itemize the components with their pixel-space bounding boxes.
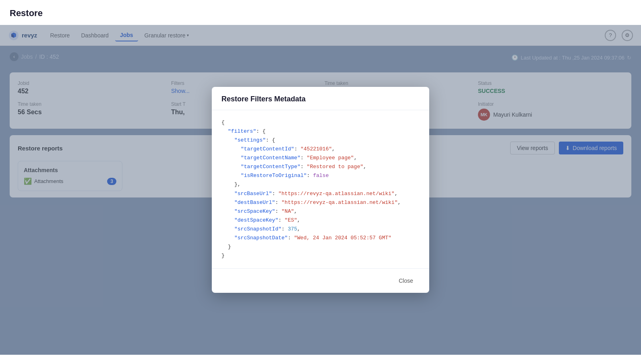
json-line: "srcSnapshotDate": "Wed, 24 Jan 2024 05:…	[221, 234, 420, 243]
json-content: {"filters": {"settings": {"targetContent…	[221, 118, 420, 261]
modal-body: {"filters": {"settings": {"targetContent…	[212, 110, 429, 269]
json-line: "destSpaceKey": "ES",	[221, 216, 420, 225]
json-line: },	[221, 180, 420, 189]
json-line: "targetContentId": "45221016",	[221, 145, 420, 154]
json-line: }	[221, 251, 420, 260]
json-line: "srcSnapshotId": 375,	[221, 225, 420, 234]
app-background: revyz Restore Dashboard Jobs Granular re…	[0, 25, 641, 355]
json-line: "targetContentName": "Employee page",	[221, 154, 420, 162]
json-line: "targetContentType": "Restored to page",	[221, 162, 420, 171]
modal-footer: Close	[212, 268, 429, 293]
page-title: Restore	[0, 0, 641, 25]
json-line: }	[221, 243, 420, 251]
json-line: "srcSpaceKey": "NA",	[221, 207, 420, 216]
json-line: "isRestoreToOriginal": false	[221, 171, 420, 180]
json-line: "settings": {	[221, 136, 420, 145]
modal-overlay: Restore Filters Metadata {"filters": {"s…	[0, 25, 641, 355]
json-line: {	[221, 118, 420, 127]
modal-title: Restore Filters Metadata	[221, 95, 420, 103]
json-line: "destBaseUrl": "https://revyz-qa.atlassi…	[221, 198, 420, 207]
modal-header: Restore Filters Metadata	[212, 87, 429, 110]
json-line: "filters": {	[221, 127, 420, 136]
modal-dialog: Restore Filters Metadata {"filters": {"s…	[212, 87, 429, 293]
close-button[interactable]: Close	[392, 275, 420, 286]
json-line: "srcBaseUrl": "https://revyz-qa.atlassia…	[221, 189, 420, 198]
